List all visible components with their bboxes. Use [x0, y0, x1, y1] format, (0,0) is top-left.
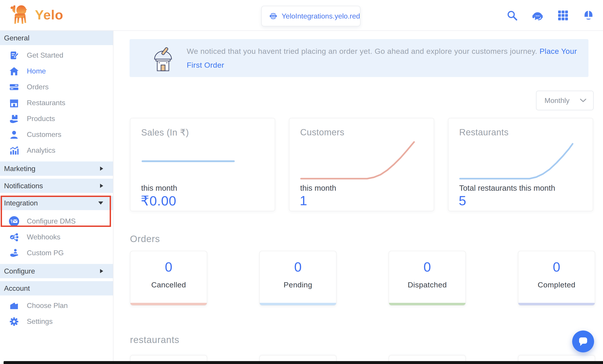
sidebar-item-choose-plan[interactable]: Choose Plan — [0, 298, 113, 314]
customers-card-value: 1 — [300, 193, 307, 208]
sidebar-item-custom-pg[interactable]: Custom PG — [0, 245, 113, 261]
status-strip — [518, 303, 595, 305]
chevron-right-icon — [100, 183, 103, 188]
storefront-icon — [9, 98, 19, 108]
sidebar-item-label: Restaurants — [27, 99, 65, 107]
order-label: Dispatched — [389, 281, 465, 289]
restaurants-card-caption: Total restaurants this month — [459, 183, 555, 193]
section-label-general: General — [4, 34, 29, 42]
sidebar-item-get-started[interactable]: Get Started — [0, 47, 113, 63]
sidebar-item-label: Customers — [27, 130, 61, 139]
customers-card: Customers this month 1 — [289, 118, 434, 211]
sidebar-item-webhooks[interactable]: Webhooks — [0, 229, 113, 245]
sidebar-item-products[interactable]: Products — [0, 111, 113, 127]
general-items: Get Started Home Orders Restaurants — [0, 45, 113, 161]
sales-card-value: ₹0.00 — [141, 193, 176, 209]
status-strip — [260, 303, 336, 305]
chevron-right-icon — [100, 269, 103, 273]
banner-message: We noticed that you havent tried placing… — [187, 47, 537, 55]
main-content: We noticed that you havent tried placing… — [114, 31, 603, 361]
order-count: 0 — [130, 259, 207, 275]
home-icon — [9, 66, 19, 76]
sales-card-title: Sales (In ₹) — [141, 127, 189, 137]
order-label: Cancelled — [130, 281, 207, 289]
order-card-cancelled: 0 Cancelled — [130, 251, 207, 306]
section-label-integration: Integration — [4, 199, 38, 207]
chat-bubble-icon — [577, 336, 589, 347]
sidebar-item-label: Analytics — [27, 146, 55, 155]
yelo-logo[interactable]: Yelo — [9, 4, 63, 25]
order-card-dispatched: 0 Dispatched — [389, 251, 466, 306]
www-globe-icon: www — [269, 11, 277, 22]
sidebar-item-label: Choose Plan — [27, 301, 68, 310]
box-hand-icon — [9, 114, 19, 124]
order-card-completed: 0 Completed — [518, 251, 595, 306]
order-count: 0 — [518, 259, 595, 275]
custom-pg-icon — [9, 248, 19, 258]
order-count: 0 — [389, 259, 465, 275]
chevron-down-icon — [580, 99, 586, 102]
topbar-actions — [507, 10, 594, 21]
order-label: Completed — [518, 281, 595, 289]
sidebar-item-configure-dms[interactable]: Configure DMS — [0, 213, 113, 229]
section-label-configure: Configure — [4, 267, 35, 275]
sidebar-item-label: Orders — [27, 83, 49, 91]
sidebar-item-customers[interactable]: Customers — [0, 127, 113, 142]
restaurants-card: Restaurants Total restaurants this month… — [448, 118, 593, 211]
lion-icon — [9, 4, 30, 25]
sidebar-section-general: General — [0, 31, 113, 45]
order-card-pending: 0 Pending — [259, 251, 336, 306]
notifications-icon[interactable] — [583, 10, 594, 21]
site-url-label: YeloIntegrations.yelo.red — [282, 12, 360, 20]
apps-grid-icon[interactable] — [557, 10, 568, 21]
sidebar-item-label: Settings — [27, 317, 53, 326]
sidebar-section-marketing[interactable]: Marketing — [0, 161, 113, 176]
site-url-chip[interactable]: www YeloIntegrations.yelo.red — [261, 6, 360, 26]
bar-chart-icon — [9, 145, 19, 156]
restaurants-sparkline — [459, 138, 583, 181]
sales-sparkline — [141, 152, 265, 168]
section-label-account: Account — [4, 284, 30, 293]
sidebar-section-integration[interactable]: Integration — [0, 196, 113, 210]
gear-icon — [9, 317, 19, 327]
search-icon[interactable] — [507, 10, 518, 21]
sidebar-item-analytics[interactable]: Analytics — [0, 142, 113, 158]
period-select[interactable]: Monthly — [536, 91, 594, 110]
sidebar-item-settings[interactable]: Settings — [0, 314, 113, 330]
sidebar-item-label: Webhooks — [27, 233, 60, 241]
section-label-notifications: Notifications — [4, 182, 43, 190]
customers-sparkline — [300, 138, 424, 181]
restaurants-heading: restaurants — [130, 334, 179, 345]
sidebar-section-notifications[interactable]: Notifications — [0, 179, 113, 193]
observatory-icon — [152, 45, 174, 72]
orders-heading: Orders — [130, 234, 160, 244]
sidebar-section-configure[interactable]: Configure — [0, 264, 113, 278]
sidebar: General Get Started Home Orders — [0, 31, 114, 361]
chat-launcher[interactable] — [572, 330, 594, 353]
restaurants-card-title: Restaurants — [459, 127, 509, 137]
sidebar-item-label: Products — [27, 114, 55, 123]
first-order-banner: We noticed that you havent tried placing… — [129, 39, 589, 77]
sidebar-item-label: Custom PG — [27, 249, 64, 257]
support-chat-icon[interactable] — [532, 10, 543, 21]
topbar: Yelo www YeloIntegrations.yelo.red — [0, 0, 603, 31]
brand-wordmark: Yelo — [35, 7, 63, 23]
person-icon — [9, 129, 19, 140]
status-strip — [130, 303, 207, 305]
sales-card-caption: this month — [141, 183, 177, 193]
restaurants-card-value: 5 — [459, 193, 466, 208]
sidebar-item-orders[interactable]: Orders — [0, 79, 113, 95]
period-select-value: Monthly — [545, 96, 569, 105]
order-count: 0 — [260, 259, 336, 275]
sidebar-item-restaurants[interactable]: Restaurants — [0, 95, 113, 111]
sidebar-item-label: Home — [27, 67, 46, 75]
customers-card-caption: this month — [300, 183, 336, 193]
customers-card-title: Customers — [300, 127, 344, 137]
chevron-right-icon — [100, 166, 103, 171]
section-label-marketing: Marketing — [4, 165, 35, 173]
sales-card: Sales (In ₹) this month ₹0.00 — [130, 118, 275, 211]
banner-text: We noticed that you havent tried placing… — [187, 44, 589, 72]
screen-edge-bar — [4, 361, 603, 364]
sidebar-item-home[interactable]: Home — [0, 63, 113, 79]
svg-text:www: www — [271, 15, 276, 17]
